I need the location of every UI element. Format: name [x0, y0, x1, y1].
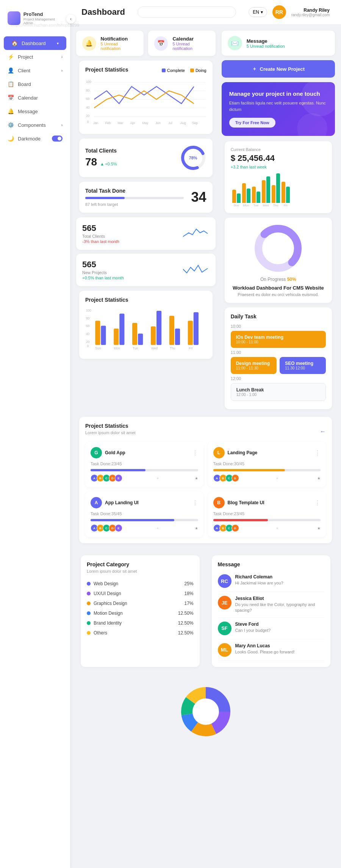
- svg-text:80: 80: [86, 89, 90, 92]
- on-progress-card: On Progress 50% Workload Dashboard For C…: [225, 218, 332, 303]
- msg-steve: SF Steve Ford Can I your budget?: [218, 618, 325, 639]
- project-statistics-full-card: Project Statistics Lorem ipsum dolor sit…: [79, 417, 332, 543]
- clients-change: ▲ +0.5%: [100, 162, 117, 166]
- chevron-down-icon-lang: ▾: [261, 9, 263, 15]
- line-chart-container: 100 80 60 40 20 0: [85, 77, 206, 128]
- graphics-dot: [87, 602, 91, 605]
- svg-text:Feb: Feb: [105, 121, 111, 125]
- msg-name-richard: Richard Coleman: [235, 574, 283, 580]
- plus-icon: ＋: [252, 65, 257, 72]
- total-clients-mini-card: 565 Total Clients -3% than last month: [76, 217, 216, 250]
- svg-text:Thu: Thu: [170, 346, 175, 350]
- time-label-10: 10:00: [231, 324, 326, 329]
- msg-mary: ML Mary Ann Lucas Looks Good. Please go …: [218, 639, 325, 661]
- more-icon-4[interactable]: ⋮: [314, 499, 321, 506]
- category-graphics-design: Graphics Design 17%: [87, 598, 194, 608]
- sidebar-item-components[interactable]: ⚙️ Components ›: [0, 118, 70, 132]
- project-stats-line-title: Project Statistics: [85, 67, 128, 73]
- project-icon: ⚡: [8, 54, 14, 60]
- mini-stat-2-change: +0.5% than last month: [82, 276, 124, 280]
- message-notif-title: Message: [247, 38, 285, 44]
- chart-legend: Complete Doing: [162, 68, 206, 73]
- category-brand-identity: Brand Identity 12.50%: [87, 618, 194, 628]
- svg-text:100: 100: [86, 80, 91, 84]
- language-selector[interactable]: EN ▾: [249, 7, 267, 17]
- promo-text: Etiam facilisis ligula nec velit posuere…: [229, 100, 327, 112]
- chevron-down-icon: ▾: [57, 41, 59, 45]
- app-landing-icon: A: [91, 497, 102, 508]
- more-icon-3[interactable]: ⋮: [192, 499, 198, 506]
- sidebar-item-darkmode[interactable]: 🌙 Darkmode: [0, 132, 70, 145]
- web-design-dot: [87, 582, 91, 586]
- back-button[interactable]: ‹: [66, 14, 75, 23]
- task-progress-bg: [85, 197, 184, 199]
- svg-text:20: 20: [86, 114, 90, 118]
- client-icon: 👤: [8, 67, 14, 73]
- landing-page-extra: +: [276, 476, 278, 480]
- task-event-meeting: IOs Dev team meeting 10:00 - 11:00: [231, 331, 326, 348]
- donut-svg: [253, 224, 303, 273]
- brand-dot: [87, 621, 91, 625]
- calendar-title: Calendar: [172, 36, 209, 42]
- create-project-button[interactable]: ＋ Create New Project: [222, 60, 335, 78]
- balance-bar-group-sun: Sun: [232, 190, 241, 207]
- svg-text:80: 80: [86, 316, 90, 320]
- msg-avatar-richard: RC: [218, 574, 232, 588]
- components-icon: ⚙️: [8, 122, 14, 128]
- sidebar-label-dashboard: Dashboard: [22, 41, 46, 46]
- sidebar-label-board: Board: [18, 81, 31, 87]
- sidebar-item-message[interactable]: 🔔 Message: [0, 104, 70, 118]
- on-progress-percent: 50%: [287, 277, 296, 282]
- darkmode-toggle[interactable]: [52, 136, 63, 142]
- dashboard-icon: 🏠: [11, 40, 18, 46]
- proj-stat-back-button[interactable]: ←: [320, 428, 326, 435]
- calendar-sub: 5 Unread notification: [172, 42, 209, 51]
- motion-dot: [87, 611, 91, 615]
- msg-name-mary: Mary Ann Lucas: [235, 643, 295, 648]
- msg-avatar-mary: ML: [218, 643, 232, 657]
- calendar-notif-icon: 📅: [157, 40, 165, 47]
- balance-amount: $ 25,456.44: [231, 153, 326, 163]
- svg-rect-42: [188, 321, 193, 345]
- user-info: Randy Riley randy.riley@gmail.com: [291, 8, 330, 17]
- gold-app-avatars: A B C D E: [91, 474, 121, 482]
- mini-sparkline-2: [183, 262, 210, 277]
- bottom-two-col: Project Category Lorem ipsum dolor sit a…: [70, 552, 341, 678]
- app-landing-title: App Landing UI: [105, 500, 139, 505]
- svg-text:0: 0: [87, 344, 89, 348]
- doing-legend-dot: [190, 69, 194, 72]
- clients-percent-label: 78%: [189, 156, 197, 160]
- blog-template-icon: B: [213, 497, 225, 508]
- svg-rect-39: [156, 311, 161, 345]
- sidebar-label-darkmode: Darkmode: [18, 136, 41, 142]
- daily-task-card: Daily Task 10:00 IOs Dev team meeting 10…: [225, 307, 332, 409]
- blog-template-stars: ★: [317, 526, 321, 530]
- sidebar-item-client[interactable]: 👤 Client ›: [0, 64, 70, 77]
- clients-donut: 78%: [180, 145, 206, 171]
- landing-page-progress-bg: [213, 469, 321, 471]
- svg-rect-36: [132, 323, 137, 345]
- more-icon-1[interactable]: ⋮: [192, 449, 198, 457]
- task-sub: 87 left from target: [85, 202, 184, 207]
- svg-text:Sun: Sun: [95, 346, 101, 350]
- search-input[interactable]: [138, 6, 236, 18]
- sidebar-item-board[interactable]: 📋 Board: [0, 77, 70, 91]
- sidebar-item-calendar[interactable]: 📅 Calendar: [0, 91, 70, 104]
- calendar-icon-circle: 📅: [154, 36, 168, 51]
- sidebar-item-project[interactable]: ⚡ Project ›: [0, 50, 70, 64]
- sidebar-item-dashboard[interactable]: 🏠 Dashboard ▾: [4, 36, 66, 50]
- balance-card: Current Balance $ 25,456.44 +3.2 than la…: [225, 141, 332, 213]
- msg-text-jessica: Do you need like the Color, typography a…: [235, 602, 325, 614]
- bottom-pie-svg: [175, 681, 236, 742]
- msg-text-steve: Can I your budget?: [235, 628, 271, 633]
- more-icon-2[interactable]: ⋮: [314, 449, 321, 457]
- proj-stat-landing-page: L Landing Page ⋮ Task Done:30/45 A B C: [208, 442, 326, 487]
- gold-app-progress-bg: [91, 469, 198, 471]
- svg-text:Apr: Apr: [130, 121, 135, 125]
- mail-icon: ✉️: [231, 40, 239, 47]
- new-projects-mini-card: 565 New Projects +0.5% than last month: [76, 254, 216, 286]
- promo-try-button[interactable]: Try For Free Now: [229, 118, 275, 128]
- landing-page-icon: L: [213, 447, 225, 458]
- category-motion-design: Motion Design 12.50%: [87, 608, 194, 618]
- blog-template-progress-bg: [213, 519, 321, 521]
